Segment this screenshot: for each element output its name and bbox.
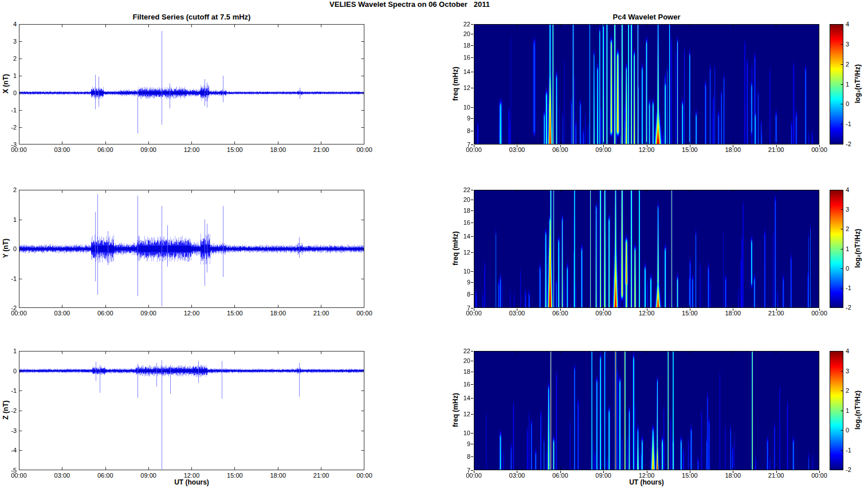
tick-label: 09:00 xyxy=(137,471,160,479)
tick-label: 15:00 xyxy=(223,309,246,317)
tick-label: 15:00 xyxy=(223,146,246,154)
tick-label: 12 xyxy=(455,84,470,92)
tick-label: 3 xyxy=(846,367,859,375)
tick-label: 18:00 xyxy=(721,309,744,317)
tick-label: 8 xyxy=(455,452,470,460)
filtered-series-title: Filtered Series (cutoff at 7.5 mHz) xyxy=(19,13,364,21)
tick-label: 18 xyxy=(455,206,470,214)
y-series-panel xyxy=(19,190,364,308)
tick-label: 4 xyxy=(846,186,859,194)
tick-mark xyxy=(471,372,473,372)
colorbar-1 xyxy=(830,24,843,145)
tick-label: 12 xyxy=(455,248,470,256)
tick-mark xyxy=(471,470,473,471)
tick-label: 03:00 xyxy=(505,309,528,317)
tick-label: 00:00 xyxy=(808,146,831,154)
tick-label: -1 xyxy=(0,106,17,114)
tick-label: 15:00 xyxy=(678,471,701,479)
tick-label: 18:00 xyxy=(266,146,289,154)
tick-mark xyxy=(471,294,473,295)
tick-mark xyxy=(471,271,473,272)
tick-label: -1 xyxy=(846,120,859,128)
tick-label: 9 xyxy=(455,440,470,448)
tick-mark xyxy=(471,210,473,211)
figure: VELIES Wavelet Spectra on 06 October 201… xyxy=(0,0,868,488)
Z-Pc4-wavelet-power-canvas xyxy=(474,351,819,470)
colorbar-canvas xyxy=(830,351,843,470)
tick-label: 16 xyxy=(455,380,470,388)
tick-label: 0 xyxy=(846,100,859,108)
tick-label: 21:00 xyxy=(765,309,788,317)
tick-label: 1 xyxy=(0,216,17,224)
tick-label: 06:00 xyxy=(94,471,117,479)
tick-label: 12:00 xyxy=(635,471,658,479)
tick-label: 0 xyxy=(0,245,17,253)
tick-label: 20 xyxy=(455,357,470,365)
tick-label: 18:00 xyxy=(721,471,744,479)
tick-label: 1 xyxy=(0,347,17,355)
tick-label: 2 xyxy=(846,387,859,395)
tick-label: 1 xyxy=(0,72,17,80)
tick-label: 21:00 xyxy=(310,471,333,479)
tick-mark xyxy=(471,351,473,352)
Y-Pc4-wavelet-power-canvas xyxy=(474,190,819,308)
tick-label: -2 xyxy=(0,123,17,131)
tick-label: 00:00 xyxy=(7,309,30,317)
tick-label: 00:00 xyxy=(7,146,30,154)
Y-filtered-series-canvas xyxy=(19,190,364,308)
tick-label: -2 xyxy=(846,466,859,474)
tick-label: 22 xyxy=(455,20,470,28)
xlabel-left: UT (hours) xyxy=(19,478,364,486)
tick-label: 2 xyxy=(846,60,859,68)
tick-label: 1 xyxy=(846,80,859,88)
colorbar-canvas xyxy=(830,24,843,145)
tick-label: 18 xyxy=(455,41,470,49)
tick-label: 8 xyxy=(455,290,470,298)
tick-label: 3 xyxy=(846,205,859,213)
tick-mark xyxy=(471,190,473,190)
tick-label: 0 xyxy=(0,367,17,375)
z-wavelet-panel xyxy=(474,351,819,470)
tick-label: 09:00 xyxy=(137,309,160,317)
tick-label: 06:00 xyxy=(94,309,117,317)
x-series-panel xyxy=(19,24,364,145)
tick-label: 00:00 xyxy=(462,146,485,154)
tick-label: 8 xyxy=(455,127,470,135)
tick-label: 2 xyxy=(0,54,17,63)
tick-label: 00:00 xyxy=(353,309,376,317)
tick-label: 4 xyxy=(846,20,859,28)
tick-label: 12:00 xyxy=(180,146,203,154)
x-wavelet-panel xyxy=(474,24,819,145)
tick-mark xyxy=(471,145,473,145)
tick-mark xyxy=(471,456,473,457)
tick-label: 14 xyxy=(455,232,470,240)
tick-mark xyxy=(471,200,473,200)
tick-mark xyxy=(471,444,473,444)
tick-label: 09:00 xyxy=(592,146,615,154)
tick-label: 06:00 xyxy=(549,309,572,317)
tick-label: 18:00 xyxy=(266,471,289,479)
tick-label: 3 xyxy=(0,37,17,45)
tick-label: -2 xyxy=(846,140,859,148)
tick-label: 15:00 xyxy=(678,146,701,154)
tick-mark xyxy=(471,45,473,46)
tick-label: 12 xyxy=(455,410,470,418)
tick-label: 12:00 xyxy=(180,471,203,479)
tick-mark xyxy=(471,57,473,58)
tick-label: 21:00 xyxy=(765,471,788,479)
tick-label: 09:00 xyxy=(137,146,160,154)
tick-label: 21:00 xyxy=(765,146,788,154)
tick-mark xyxy=(471,118,473,119)
tick-mark xyxy=(471,107,473,108)
tick-label: 10 xyxy=(455,103,470,111)
tick-label: 03:00 xyxy=(50,309,73,317)
tick-mark xyxy=(471,384,473,385)
tick-label: 9 xyxy=(455,278,470,286)
tick-mark xyxy=(471,398,473,399)
tick-mark xyxy=(471,433,473,434)
tick-label: 2 xyxy=(846,225,859,233)
tick-mark xyxy=(471,24,473,25)
tick-label: 0 xyxy=(0,89,17,97)
tick-label: 12:00 xyxy=(180,309,203,317)
tick-label: 21:00 xyxy=(310,309,333,317)
